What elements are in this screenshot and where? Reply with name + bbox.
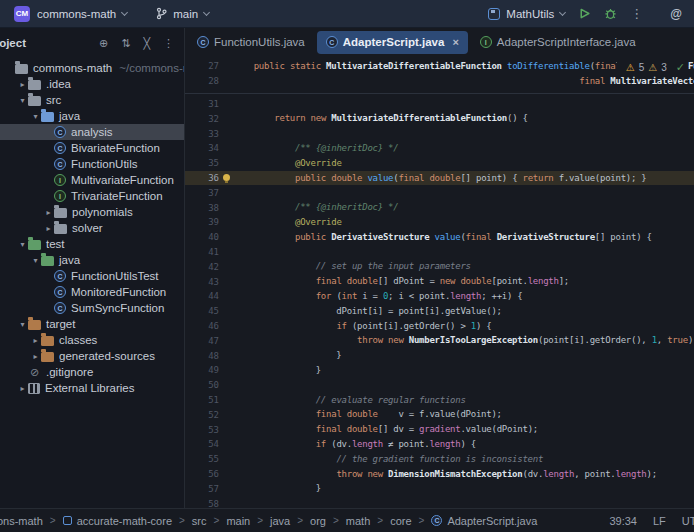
assistant-icon[interactable]: @ (670, 7, 682, 21)
tree-item-MultivariateFunction[interactable]: IMultivariateFunction (0, 172, 184, 188)
run-configuration-selector[interactable]: MathUtils (488, 8, 565, 20)
tree-item-TrivariateFunction[interactable]: ITrivariateFunction (0, 188, 184, 204)
line-number[interactable]: 57 (185, 484, 219, 494)
chevron-right-icon[interactable]: ▸ (30, 352, 41, 361)
line-number[interactable]: 56 (185, 469, 219, 479)
locate-file-icon[interactable]: ⊕ (99, 37, 108, 50)
code-line-28[interactable]: 28 final MultivariateVectorFunction grad… (185, 74, 694, 89)
tree-item-FunctionUtils[interactable]: CFunctionUtils (0, 156, 184, 172)
tree-item-MonitoredFunction[interactable]: CMonitoredFunction (0, 284, 184, 300)
tree-item-analysis[interactable]: Canalysis (0, 124, 184, 140)
tree-item-java[interactable]: ▾java (0, 108, 184, 124)
code-line-50[interactable]: 50 (185, 378, 694, 393)
code-line-36[interactable]: 36 public double value(final double[] po… (185, 171, 694, 186)
line-number[interactable]: 41 (185, 247, 219, 257)
chevron-down-icon[interactable]: ▾ (30, 112, 41, 121)
code-line-33[interactable]: 33 (185, 126, 694, 141)
code-line-56[interactable]: 56 throw new DimensionMismatchException(… (185, 467, 694, 482)
breadcrumb-item-accurate-math-core[interactable]: accurate-math-core (63, 515, 172, 527)
tree-item-.gitignore[interactable]: ⊘.gitignore (0, 364, 184, 380)
line-number[interactable]: 47 (185, 336, 219, 346)
tree-item-SumSyncFunction[interactable]: CSumSyncFunction (0, 300, 184, 316)
tree-item-generated-sources[interactable]: ▸generated-sources (0, 348, 184, 364)
tree-item-solver[interactable]: ▸solver (0, 220, 184, 236)
line-number[interactable]: 46 (185, 321, 219, 331)
code-line-43[interactable]: 43 final double[] dPoint = new double[po… (185, 274, 694, 289)
chevron-down-icon[interactable]: ▾ (17, 320, 28, 329)
line-number[interactable]: 32 (185, 114, 219, 124)
breadcrumb-item-src[interactable]: src (192, 515, 207, 527)
breadcrumb-item-org[interactable]: org (310, 515, 326, 527)
code-line-46[interactable]: 46 if (point[i].getOrder() > 1) { (185, 319, 694, 334)
breadcrumb-item-AdapterScript.java[interactable]: CAdapterScript.java (431, 515, 537, 527)
line-number[interactable]: 44 (185, 291, 219, 301)
line-number[interactable]: 36 (185, 173, 219, 183)
line-number[interactable]: 43 (185, 277, 219, 287)
line-number[interactable]: 54 (185, 439, 219, 449)
tree-item-src[interactable]: ▾src (0, 92, 184, 108)
line-number[interactable]: 28 (185, 76, 219, 86)
line-number[interactable]: 33 (185, 129, 219, 139)
panel-more-icon[interactable]: ⋮ (163, 37, 174, 50)
breadcrumb-item-java[interactable]: java (270, 515, 290, 527)
tree-item-target[interactable]: ▾target (0, 316, 184, 332)
line-number[interactable]: 45 (185, 306, 219, 316)
line-separator[interactable]: LF (653, 515, 666, 527)
code-line-52[interactable]: 52 final double v = f.value(dPoint); (185, 407, 694, 422)
editor-tab-FunctionUtils.java[interactable]: CFunctionUtils.java (188, 31, 314, 54)
tree-item-External Libraries[interactable]: ▸External Libraries (0, 380, 184, 396)
code-line-47[interactable]: 47 throw new NumberIsTooLargeException(p… (185, 333, 694, 348)
tree-item-classes[interactable]: ▸classes (0, 332, 184, 348)
code-line-54[interactable]: 54 if (dv.length ≠ point.length) { (185, 437, 694, 452)
code-line-57[interactable]: 57 } (185, 481, 694, 496)
chevron-right-icon[interactable]: ▸ (17, 80, 28, 89)
debug-button[interactable] (604, 7, 617, 20)
code-line-38[interactable]: 38 /** {@inheritDoc} */ (185, 200, 694, 215)
code-editor[interactable]: 3132 return new MultivariateDifferentiab… (185, 94, 694, 508)
project-switcher[interactable]: commons-math (37, 8, 127, 20)
tree-item-.idea[interactable]: ▸.idea (0, 76, 184, 92)
tree-item-commons-math[interactable]: commons-math~/commons-math (0, 60, 184, 76)
code-line-31[interactable]: 31 (185, 97, 694, 112)
code-line-53[interactable]: 53 final double[] dv = gradient.value(dP… (185, 422, 694, 437)
code-line-39[interactable]: 39 @Override (185, 215, 694, 230)
chevron-right-icon[interactable]: ▸ (43, 208, 54, 217)
code-line-48[interactable]: 48 } (185, 348, 694, 363)
expand-icon[interactable]: ⇅ (121, 37, 130, 50)
breadcrumb-item-main[interactable]: main (226, 515, 250, 527)
line-number[interactable]: 40 (185, 232, 219, 242)
line-number[interactable]: 42 (185, 262, 219, 272)
run-button[interactable] (578, 7, 591, 20)
breadcrumb-item-core[interactable]: core (390, 515, 411, 527)
chevron-right-icon[interactable]: ▸ (30, 336, 41, 345)
code-line-35[interactable]: 35 @Override (185, 156, 694, 171)
line-number[interactable]: 35 (185, 158, 219, 168)
line-number[interactable]: 38 (185, 203, 219, 213)
close-tab-icon[interactable]: × (452, 37, 458, 48)
line-number[interactable]: 52 (185, 410, 219, 420)
code-line-45[interactable]: 45 dPoint[i] = point[i].getValue(); (185, 304, 694, 319)
code-line-51[interactable]: 51 // evaluate regular functions (185, 393, 694, 408)
chevron-down-icon[interactable]: ▾ (30, 256, 41, 265)
tree-item-polynomials[interactable]: ▸polynomials (0, 204, 184, 220)
tree-item-FunctionUtilsTest[interactable]: CFunctionUtilsTest (0, 268, 184, 284)
chevron-down-icon[interactable]: ▾ (17, 240, 28, 249)
branch-widget[interactable]: main (156, 7, 209, 20)
chevron-right-icon[interactable]: ▸ (17, 384, 28, 393)
line-number[interactable]: 34 (185, 143, 219, 153)
intention-bulb-icon[interactable] (219, 174, 233, 181)
tree-item-test[interactable]: ▾test (0, 236, 184, 252)
line-number[interactable]: 31 (185, 99, 219, 109)
line-number[interactable]: 39 (185, 217, 219, 227)
collapse-all-icon[interactable]: ╳ (143, 37, 150, 50)
line-number[interactable]: 48 (185, 351, 219, 361)
line-number[interactable]: 50 (185, 380, 219, 390)
line-number[interactable]: 37 (185, 188, 219, 198)
line-number[interactable]: 49 (185, 365, 219, 375)
code-line-49[interactable]: 49 } (185, 363, 694, 378)
chevron-right-icon[interactable]: ▸ (43, 224, 54, 233)
line-number[interactable]: 55 (185, 454, 219, 464)
tree-item-BivariateFunction[interactable]: CBivariateFunction (0, 140, 184, 156)
file-encoding[interactable]: UTF-8 (682, 515, 694, 527)
editor-tab-AdapterScript.java[interactable]: CAdapterScript.java× (317, 31, 468, 54)
